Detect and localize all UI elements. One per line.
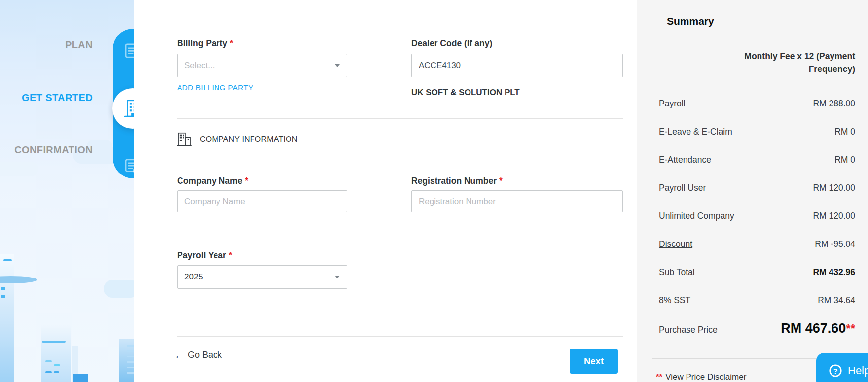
window-shape — [127, 345, 134, 347]
cloud-shape — [0, 276, 37, 283]
stepper-labels: PLAN GET STARTED CONFIRMATION — [0, 0, 93, 197]
section-divider — [177, 118, 623, 119]
help-button[interactable]: ? Help — [816, 353, 868, 382]
next-button[interactable]: Next — [570, 349, 618, 374]
summary-row-purchase-price: Purchase Price RM 467.60** — [659, 323, 855, 335]
company-information-section-header: COMPANY INFORMATION — [177, 132, 297, 147]
window-shape — [3, 259, 12, 261]
company-name-label: Company Name* — [177, 176, 347, 186]
cloud-shape — [104, 280, 134, 298]
chevron-down-icon — [335, 64, 340, 67]
company-information-icon — [177, 132, 194, 147]
window-shape — [42, 341, 66, 343]
summary-title: Summary — [667, 15, 714, 27]
summary-rows: Payroll RM 288.00 E-Leave & E-Claim RM 0… — [659, 99, 855, 353]
summary-row-payroll: Payroll RM 288.00 — [659, 99, 855, 109]
svg-text:?: ? — [833, 367, 837, 375]
window-shape — [54, 364, 60, 366]
window-shape — [127, 350, 134, 352]
building-shape — [0, 254, 14, 382]
window-shape — [1, 295, 5, 298]
payroll-year-label: Payroll Year* — [177, 250, 347, 261]
summary-row-sst: 8% SST RM 34.64 — [659, 295, 855, 306]
step-label-get-started[interactable]: GET STARTED — [22, 92, 93, 104]
required-asterisk: * — [499, 176, 503, 186]
billing-party-label: Billing Party* — [177, 38, 347, 49]
window-shape — [54, 371, 59, 373]
step-label-plan[interactable]: PLAN — [65, 39, 93, 51]
step-label-confirmation[interactable]: CONFIRMATION — [14, 144, 93, 156]
go-back-link[interactable]: ← Go Back — [174, 350, 222, 360]
required-asterisk: * — [245, 176, 248, 186]
window-shape — [127, 367, 134, 368]
add-billing-party-link[interactable]: ADD BILLING PARTY — [177, 83, 253, 92]
summary-row-eattendance: E-Attendance RM 0 — [659, 155, 855, 165]
summary-row-unlimited-company: Unlimited Company RM 120.00 — [659, 211, 855, 221]
company-name-input[interactable] — [177, 190, 347, 212]
question-mark-icon: ? — [829, 364, 842, 378]
summary-row-payroll-user: Payroll User RM 120.00 — [659, 183, 855, 193]
window-shape — [127, 356, 134, 357]
discount-link[interactable]: Discount — [659, 239, 692, 249]
billing-party-select[interactable]: Select... — [177, 54, 347, 77]
registration-number-input[interactable] — [411, 190, 623, 212]
payroll-year-value: 2025 — [184, 272, 203, 282]
price-asterisks: ** — [846, 322, 855, 335]
form-panel: Billing Party* Select... ADD BILLING PAR… — [134, 0, 637, 382]
summary-row-subtotal: Sub Total RM 432.96 — [659, 267, 855, 278]
building-shape — [73, 374, 88, 382]
left-arrow-icon: ← — [174, 351, 184, 360]
window-shape — [127, 372, 134, 374]
disclaimer-asterisks: ** — [656, 372, 662, 382]
billing-party-placeholder: Select... — [184, 61, 215, 70]
window-shape — [45, 360, 52, 362]
summary-row-eleave-eclaim: E-Leave & E-Claim RM 0 — [659, 127, 855, 137]
dealer-code-label: Dealer Code (if any) — [411, 38, 623, 49]
required-asterisk: * — [230, 38, 233, 48]
summary-row-discount: Discount RM -95.04 — [659, 239, 855, 249]
footer-divider — [177, 336, 623, 337]
registration-number-label: Registration Number* — [411, 176, 623, 186]
payment-frequency-note: Monthly Fee x 12 (Payment Frequency) — [726, 50, 855, 75]
required-asterisk: * — [229, 250, 232, 260]
window-shape — [45, 371, 52, 373]
dealer-name-text: UK SOFT & SOLUTION PLT — [411, 88, 520, 98]
dealer-code-input[interactable] — [411, 54, 623, 77]
payroll-year-select[interactable]: 2025 — [177, 265, 347, 289]
chevron-down-icon — [335, 276, 340, 278]
window-shape — [127, 361, 134, 363]
building-shape — [41, 325, 71, 382]
window-shape — [1, 287, 5, 290]
company-information-title: COMPANY INFORMATION — [200, 135, 297, 144]
price-disclaimer-link[interactable]: **View Price Disclaimer — [656, 372, 746, 382]
summary-panel: Summary Monthly Fee x 12 (Payment Freque… — [637, 0, 868, 382]
go-back-label: Go Back — [188, 350, 222, 360]
help-label: Help — [848, 364, 868, 377]
